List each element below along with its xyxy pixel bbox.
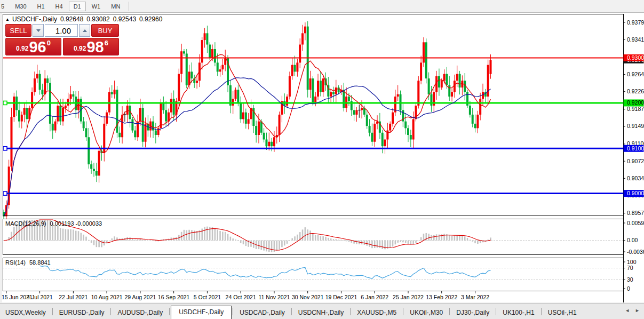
toolbar-separator	[129, 2, 129, 11]
tab-divider	[169, 308, 170, 315]
trading-terminal-window: 5M30H1H4D1W1MN 0.937900.934100.930300.92…	[0, 0, 644, 319]
price-axis-label: 0.90720	[627, 158, 644, 164]
price-axis-label: 0.92260	[627, 88, 644, 94]
timeframe-button-d1[interactable]: D1	[69, 2, 86, 11]
timeframe-button-w1[interactable]: W1	[87, 2, 106, 11]
timeframe-toolbar: 5M30H1H4D1W1MN	[0, 0, 644, 13]
date-axis-label: 5 Oct 2021	[194, 294, 221, 300]
rsi-label: RSI(14)	[5, 259, 26, 266]
buy-price-pipette: 6	[105, 39, 108, 47]
date-axis-label: 25 Jan 2022	[393, 294, 424, 300]
macd-axis-label: -0.003664	[627, 249, 644, 255]
tab-divider	[291, 308, 292, 315]
date-axis-label: 30 Nov 2021	[292, 294, 324, 300]
macd-values: 0.001193 -0.000033	[50, 220, 102, 227]
symbol-tab-usdchf-daily[interactable]: USDCHF-,Daily	[171, 306, 232, 319]
symbol-tab-bar: USDX,WeeklyEURUSD-,DailyAUDUSD-,DailyUSD…	[0, 304, 644, 319]
symbol-tab-audusd-daily[interactable]: AUDUSD-,Daily	[112, 307, 168, 319]
symbol-tab-usdcad-daily[interactable]: USDCAD-,Daily	[234, 307, 290, 319]
sell-price-display[interactable]: 0.92 96 0	[5, 38, 61, 55]
ohlc-low: 0.92543	[113, 15, 136, 23]
timeframe-button-mn[interactable]: MN	[106, 2, 125, 11]
chart-symbol-label: USDCHF-,Daily	[12, 15, 57, 23]
symbol-tab-usdx-weekly[interactable]: USDX,Weekly	[0, 307, 51, 319]
one-click-trading-panel: SELL 1.00 BUY 0.92 96 0 0.92 98 6	[5, 24, 119, 55]
date-axis-label: 16 Sep 2021	[158, 294, 190, 300]
date-axis-label: 13 Feb 2022	[426, 294, 457, 300]
tab-divider	[541, 308, 542, 315]
sell-price-prefix: 0.92	[16, 45, 28, 52]
macd-label: MACD(12,26,9)	[5, 220, 46, 227]
macd-indicator-header: MACD(12,26,9) 0.001193 -0.000033	[5, 220, 102, 227]
date-axis-label: 4 Jul 2021	[27, 294, 53, 300]
symbol-tab-eurusd-daily[interactable]: EURUSD-,Daily	[54, 307, 110, 319]
price-axis-label: 0.91870	[627, 106, 644, 112]
date-axis-label: 10 Aug 2021	[91, 294, 123, 300]
tab-divider	[350, 308, 351, 315]
date-axis-label: 6 Jan 2022	[361, 294, 388, 300]
buy-price-prefix: 0.92	[74, 45, 86, 52]
sell-button[interactable]: SELL	[5, 24, 31, 37]
tab-divider	[403, 308, 403, 315]
date-axis-label: 22 Jul 2021	[59, 294, 88, 300]
price-badge: 0.92009	[627, 99, 644, 106]
date-axis-label: 11 Nov 2021	[259, 294, 290, 300]
collapse-triangle-icon: ▲	[5, 17, 10, 22]
chart-title: ▲USDCHF-,Daily0.926480.930820.925430.929…	[5, 15, 162, 23]
tab-scroll-arrows: ◄ ►	[625, 308, 640, 313]
volume-increase-button[interactable]	[79, 24, 90, 37]
buy-price-display[interactable]: 0.92 98 6	[63, 38, 119, 55]
tab-scroll-left-icon[interactable]: ◄	[625, 308, 630, 313]
rsi-axis-label: 70	[627, 265, 633, 271]
timeframe-button-h1[interactable]: H1	[33, 2, 50, 11]
rsi-axis-label: 0	[627, 285, 630, 292]
date-axis-label: 24 Oct 2021	[226, 294, 256, 300]
symbol-tab-xauusd-m5[interactable]: XAUUSD-,M5	[352, 307, 402, 319]
price-badge: 0.90007	[627, 190, 644, 196]
date-axis-label: 29 Aug 2021	[124, 294, 156, 300]
price-badge: 0.91002	[627, 145, 644, 151]
triangle-down-icon	[36, 29, 41, 32]
buy-price-big-digits: 98	[86, 40, 104, 54]
rsi-indicator-header: RSI(14) 58.8841	[5, 259, 51, 266]
price-axis-label: 0.89570	[627, 210, 644, 216]
price-axis-label: 0.93790	[627, 19, 644, 26]
date-axis-label: 19 Dec 2021	[325, 294, 357, 300]
buy-button[interactable]: BUY	[91, 24, 119, 37]
timeframe-button-m30[interactable]: M30	[10, 2, 31, 11]
price-axis-label: 0.93410	[627, 36, 644, 43]
price-axis-label: 0.91490	[627, 123, 644, 129]
triangle-up-icon	[83, 29, 87, 32]
ohlc-high: 0.93082	[86, 15, 109, 23]
volume-decrease-button[interactable]	[33, 24, 44, 37]
price-axis-label: 0.90340	[627, 175, 644, 181]
macd-axis-label: 0.005963	[627, 220, 644, 226]
tab-divider	[52, 308, 53, 315]
symbol-tab-usoil-h1[interactable]: USOil-,H1	[543, 307, 582, 319]
symbol-tab-usdcnh-daily[interactable]: USDCNH-,Daily	[293, 307, 349, 319]
rsi-axis-label: 30	[627, 276, 633, 283]
macd-axis-label: 0.00	[627, 237, 638, 243]
tab-divider	[233, 308, 233, 315]
sell-price-pipette: 0	[47, 39, 51, 47]
rsi-value: 58.8841	[29, 259, 51, 266]
price-badge: 0.93006	[627, 54, 644, 61]
ohlc-close: 0.92960	[139, 15, 162, 23]
tab-divider	[110, 308, 111, 315]
tab-scroll-right-icon[interactable]: ►	[635, 308, 640, 313]
tab-divider	[449, 308, 450, 315]
timeframe-button-5[interactable]: 5	[0, 2, 9, 11]
timeframe-button-h4[interactable]: H4	[51, 2, 68, 11]
symbol-tab-dj30-daily[interactable]: DJ30-,Daily	[451, 307, 495, 319]
price-axis-label: 0.92640	[627, 71, 644, 77]
date-axis-label: 3 Mar 2022	[461, 294, 489, 300]
ohlc-open: 0.92648	[60, 15, 83, 23]
symbol-tab-uk100-h1[interactable]: UK100-,H1	[497, 307, 539, 319]
symbol-tab-ukoil-m30[interactable]: UKOil-,M30	[404, 307, 448, 319]
sell-price-big-digits: 96	[29, 40, 46, 54]
tab-divider	[496, 308, 496, 315]
rsi-axis-label: 100	[627, 259, 637, 265]
volume-input[interactable]: 1.00	[45, 24, 78, 37]
